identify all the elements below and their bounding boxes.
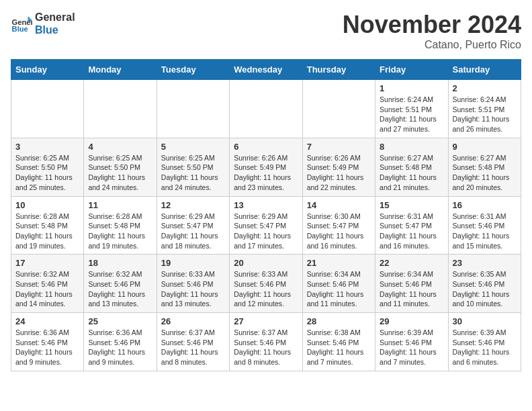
logo: General Blue General Blue bbox=[11, 11, 75, 36]
calendar-cell: 22Sunrise: 6:34 AM Sunset: 5:46 PM Dayli… bbox=[375, 255, 448, 313]
day-number: 20 bbox=[234, 258, 298, 268]
day-number: 3 bbox=[15, 142, 79, 152]
day-info: Sunrise: 6:39 AM Sunset: 5:46 PM Dayligh… bbox=[453, 328, 517, 367]
day-info: Sunrise: 6:34 AM Sunset: 5:46 PM Dayligh… bbox=[307, 269, 371, 309]
calendar-cell bbox=[11, 80, 84, 138]
calendar-week-3: 10Sunrise: 6:28 AM Sunset: 5:48 PM Dayli… bbox=[11, 196, 521, 255]
calendar-cell: 3Sunrise: 6:25 AM Sunset: 5:50 PM Daylig… bbox=[11, 138, 84, 196]
calendar-table: SundayMondayTuesdayWednesdayThursdayFrid… bbox=[11, 59, 521, 371]
page-header: General Blue General Blue November 2024 … bbox=[11, 11, 521, 51]
day-info: Sunrise: 6:37 AM Sunset: 5:46 PM Dayligh… bbox=[234, 328, 298, 367]
month-title: November 2024 bbox=[343, 11, 521, 39]
day-number: 19 bbox=[161, 258, 225, 268]
day-number: 28 bbox=[307, 316, 371, 326]
calendar-cell: 23Sunrise: 6:35 AM Sunset: 5:46 PM Dayli… bbox=[448, 255, 521, 313]
day-info: Sunrise: 6:38 AM Sunset: 5:46 PM Dayligh… bbox=[307, 328, 371, 367]
day-info: Sunrise: 6:27 AM Sunset: 5:48 PM Dayligh… bbox=[453, 153, 517, 193]
calendar-cell: 14Sunrise: 6:30 AM Sunset: 5:47 PM Dayli… bbox=[302, 196, 375, 255]
calendar-cell: 9Sunrise: 6:27 AM Sunset: 5:48 PM Daylig… bbox=[448, 138, 521, 196]
day-number: 5 bbox=[161, 142, 225, 152]
calendar-cell: 30Sunrise: 6:39 AM Sunset: 5:46 PM Dayli… bbox=[448, 313, 521, 371]
weekday-header-friday: Friday bbox=[375, 60, 448, 80]
calendar-cell bbox=[84, 80, 157, 138]
day-info: Sunrise: 6:33 AM Sunset: 5:46 PM Dayligh… bbox=[234, 269, 298, 309]
day-info: Sunrise: 6:30 AM Sunset: 5:47 PM Dayligh… bbox=[307, 212, 371, 251]
calendar-cell: 1Sunrise: 6:24 AM Sunset: 5:51 PM Daylig… bbox=[375, 80, 448, 138]
day-info: Sunrise: 6:29 AM Sunset: 5:47 PM Dayligh… bbox=[161, 212, 225, 251]
day-number: 18 bbox=[88, 258, 152, 268]
weekday-header-monday: Monday bbox=[84, 60, 157, 80]
day-number: 24 bbox=[15, 316, 79, 326]
calendar-week-2: 3Sunrise: 6:25 AM Sunset: 5:50 PM Daylig… bbox=[11, 138, 521, 196]
day-number: 27 bbox=[234, 316, 298, 326]
day-info: Sunrise: 6:31 AM Sunset: 5:46 PM Dayligh… bbox=[453, 212, 517, 251]
day-info: Sunrise: 6:35 AM Sunset: 5:46 PM Dayligh… bbox=[453, 269, 517, 309]
day-number: 8 bbox=[380, 142, 443, 152]
day-number: 14 bbox=[307, 200, 371, 210]
calendar-cell: 8Sunrise: 6:27 AM Sunset: 5:48 PM Daylig… bbox=[375, 138, 448, 196]
calendar-cell: 27Sunrise: 6:37 AM Sunset: 5:46 PM Dayli… bbox=[230, 313, 302, 371]
day-number: 9 bbox=[453, 142, 517, 152]
day-info: Sunrise: 6:31 AM Sunset: 5:47 PM Dayligh… bbox=[380, 212, 443, 251]
day-number: 29 bbox=[380, 316, 443, 326]
day-number: 17 bbox=[15, 258, 79, 268]
location-label: Catano, Puerto Rico bbox=[343, 39, 521, 51]
day-info: Sunrise: 6:27 AM Sunset: 5:48 PM Dayligh… bbox=[380, 153, 443, 193]
day-number: 6 bbox=[234, 142, 298, 152]
weekday-header-tuesday: Tuesday bbox=[157, 60, 229, 80]
calendar-cell: 13Sunrise: 6:29 AM Sunset: 5:47 PM Dayli… bbox=[230, 196, 302, 255]
day-info: Sunrise: 6:29 AM Sunset: 5:47 PM Dayligh… bbox=[234, 212, 298, 251]
day-info: Sunrise: 6:28 AM Sunset: 5:48 PM Dayligh… bbox=[15, 212, 79, 251]
day-info: Sunrise: 6:36 AM Sunset: 5:46 PM Dayligh… bbox=[88, 328, 152, 367]
day-info: Sunrise: 6:28 AM Sunset: 5:48 PM Dayligh… bbox=[88, 212, 152, 251]
day-number: 16 bbox=[453, 200, 517, 210]
calendar-week-4: 17Sunrise: 6:32 AM Sunset: 5:46 PM Dayli… bbox=[11, 255, 521, 313]
calendar-cell: 21Sunrise: 6:34 AM Sunset: 5:46 PM Dayli… bbox=[302, 255, 375, 313]
calendar-cell: 19Sunrise: 6:33 AM Sunset: 5:46 PM Dayli… bbox=[157, 255, 229, 313]
day-number: 25 bbox=[88, 316, 152, 326]
calendar-cell: 6Sunrise: 6:26 AM Sunset: 5:49 PM Daylig… bbox=[230, 138, 302, 196]
logo-general-text: General bbox=[35, 11, 75, 24]
calendar-cell: 24Sunrise: 6:36 AM Sunset: 5:46 PM Dayli… bbox=[11, 313, 84, 371]
weekday-header-sunday: Sunday bbox=[11, 60, 84, 80]
day-number: 4 bbox=[88, 142, 152, 152]
svg-text:Blue: Blue bbox=[12, 25, 28, 33]
day-number: 30 bbox=[453, 316, 517, 326]
day-info: Sunrise: 6:33 AM Sunset: 5:46 PM Dayligh… bbox=[161, 269, 225, 309]
calendar-cell: 29Sunrise: 6:39 AM Sunset: 5:46 PM Dayli… bbox=[375, 313, 448, 371]
calendar-cell: 7Sunrise: 6:26 AM Sunset: 5:49 PM Daylig… bbox=[302, 138, 375, 196]
logo-icon: General Blue bbox=[11, 13, 32, 34]
calendar-cell: 25Sunrise: 6:36 AM Sunset: 5:46 PM Dayli… bbox=[84, 313, 157, 371]
calendar-cell: 2Sunrise: 6:24 AM Sunset: 5:51 PM Daylig… bbox=[448, 80, 521, 138]
day-number: 26 bbox=[161, 316, 225, 326]
day-number: 13 bbox=[234, 200, 298, 210]
weekday-header-saturday: Saturday bbox=[448, 60, 521, 80]
day-number: 11 bbox=[88, 200, 152, 210]
day-number: 21 bbox=[307, 258, 371, 268]
weekday-header-wednesday: Wednesday bbox=[230, 60, 302, 80]
day-number: 12 bbox=[161, 200, 225, 210]
calendar-cell: 26Sunrise: 6:37 AM Sunset: 5:46 PM Dayli… bbox=[157, 313, 229, 371]
calendar-cell: 16Sunrise: 6:31 AM Sunset: 5:46 PM Dayli… bbox=[448, 196, 521, 255]
day-info: Sunrise: 6:32 AM Sunset: 5:46 PM Dayligh… bbox=[88, 269, 152, 309]
day-number: 2 bbox=[453, 83, 517, 93]
day-info: Sunrise: 6:32 AM Sunset: 5:46 PM Dayligh… bbox=[15, 269, 79, 309]
logo-blue-text: Blue bbox=[35, 24, 75, 36]
day-info: Sunrise: 6:26 AM Sunset: 5:49 PM Dayligh… bbox=[234, 153, 298, 193]
calendar-header-row: SundayMondayTuesdayWednesdayThursdayFrid… bbox=[11, 60, 521, 80]
calendar-week-5: 24Sunrise: 6:36 AM Sunset: 5:46 PM Dayli… bbox=[11, 313, 521, 371]
calendar-cell: 17Sunrise: 6:32 AM Sunset: 5:46 PM Dayli… bbox=[11, 255, 84, 313]
calendar-cell: 18Sunrise: 6:32 AM Sunset: 5:46 PM Dayli… bbox=[84, 255, 157, 313]
calendar-week-1: 1Sunrise: 6:24 AM Sunset: 5:51 PM Daylig… bbox=[11, 80, 521, 138]
day-info: Sunrise: 6:24 AM Sunset: 5:51 PM Dayligh… bbox=[380, 95, 443, 134]
day-info: Sunrise: 6:24 AM Sunset: 5:51 PM Dayligh… bbox=[453, 95, 517, 134]
weekday-header-thursday: Thursday bbox=[302, 60, 375, 80]
day-info: Sunrise: 6:26 AM Sunset: 5:49 PM Dayligh… bbox=[307, 153, 371, 193]
day-info: Sunrise: 6:36 AM Sunset: 5:46 PM Dayligh… bbox=[15, 328, 79, 367]
calendar-cell: 28Sunrise: 6:38 AM Sunset: 5:46 PM Dayli… bbox=[302, 313, 375, 371]
calendar-cell bbox=[157, 80, 229, 138]
day-info: Sunrise: 6:25 AM Sunset: 5:50 PM Dayligh… bbox=[88, 153, 152, 193]
day-number: 23 bbox=[453, 258, 517, 268]
day-number: 10 bbox=[15, 200, 79, 210]
calendar-cell: 20Sunrise: 6:33 AM Sunset: 5:46 PM Dayli… bbox=[230, 255, 302, 313]
